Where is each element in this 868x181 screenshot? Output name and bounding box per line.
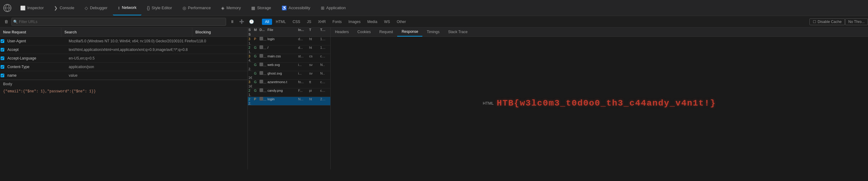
network-list-item[interactable]: 2 G 🔒 / d... ht 1... 1. [248, 46, 330, 54]
filter-tab-media[interactable]: Media [364, 19, 380, 25]
filter-tab-html[interactable]: HTML [273, 19, 289, 25]
net-size: 1. [248, 50, 253, 54]
net-file: login [267, 37, 298, 41]
checkbox-1[interactable] [1, 48, 4, 52]
nav-tab-storage[interactable]: ▦Storage [246, 1, 276, 16]
clear-button[interactable]: 🗑 [2, 18, 10, 25]
net-type: cs [309, 54, 319, 58]
response-tab-timings[interactable]: Timings [422, 27, 444, 36]
checkbox-2[interactable] [1, 56, 4, 60]
net-size: 1. [248, 93, 253, 97]
nav-tab-network[interactable]: ↕Network [113, 1, 142, 16]
nav-tab-label-performance: Performance [188, 5, 211, 10]
nav-tab-icon-debugger: ◇ [85, 5, 88, 10]
request-row[interactable]: Content-Type application/json [0, 63, 248, 71]
network-list-item[interactable]: 2 P 🔒 login N... ht 2... 2. [248, 97, 330, 105]
net-favicon: 🔒 [259, 71, 267, 76]
toolbar-row: 🗑 🔍 ⏸ ➕ 🕐 AllHTMLCSSJSXHRFontsImagesMedi… [0, 16, 868, 28]
request-row[interactable]: User-Agent Mozilla/5.0 (Windows NT 10.0;… [0, 37, 248, 46]
net-favicon: 🔒 [259, 97, 267, 101]
body-content: {"email":{"$ne": 1},"password":{"$ne": 1… [0, 88, 248, 95]
net-size: 2. [248, 67, 253, 71]
net-transferred: 1... [319, 46, 325, 50]
net-favicon: 🔒 [259, 88, 267, 93]
pause-button[interactable]: ⏸ [228, 18, 236, 25]
request-row[interactable]: Accept text/html,application/xhtml+xml,a… [0, 46, 248, 54]
network-list-item[interactable]: 3 P 🔒 login d... ht 1... 1. [248, 37, 330, 46]
net-file: candy.png [267, 89, 298, 92]
filter-tab-xhr[interactable]: XHR [315, 19, 329, 25]
checkbox-0[interactable] [1, 39, 4, 43]
net-favicon: 🔒 [259, 46, 267, 50]
network-list-item[interactable]: G 🔒 ghost.svg i... sv N... 1€ [248, 71, 330, 80]
filter-input[interactable] [11, 18, 226, 26]
nav-tab-accessibility[interactable]: ♿Accessibility [277, 1, 315, 16]
request-row-name: name [5, 73, 66, 78]
nav-tab-icon-accessibility: ♿ [282, 5, 287, 10]
net-size: 4. [248, 59, 253, 62]
response-tab-response[interactable]: Response [397, 27, 422, 36]
net-initiator: d... [298, 37, 309, 41]
nav-tab-icon-performance: ◎ [183, 5, 186, 10]
request-row[interactable]: Accept-Language en-US,en;q=0.5 [0, 54, 248, 63]
filter-tab-ws[interactable]: WS [381, 19, 393, 25]
no-throttle-button[interactable]: No Thro... [845, 19, 868, 25]
browser-logo [2, 3, 12, 13]
nav-tab-memory[interactable]: ◈Memory [216, 1, 246, 16]
checkbox-4[interactable] [1, 73, 4, 77]
disable-cache-label: Disable Cache [818, 20, 842, 24]
nav-tab-inspector[interactable]: ⬜Inspector [16, 1, 49, 16]
net-col-file: File [267, 28, 298, 32]
disable-cache-checkbox: ☐ [813, 20, 816, 24]
nav-tab-label-storage: Storage [257, 5, 271, 10]
request-row-checkbox[interactable] [0, 39, 5, 43]
response-tab-cookies[interactable]: Cookies [353, 27, 375, 36]
net-size: 1€ [248, 76, 253, 80]
nav-tab-icon-storage: ▦ [251, 5, 255, 10]
net-favicon: 🔒 [259, 63, 267, 67]
clock-button[interactable]: 🕐 [247, 18, 256, 25]
request-row-name: Accept-Language [5, 56, 66, 60]
col-search: Search [61, 28, 192, 36]
request-row-checkbox[interactable] [0, 73, 5, 77]
request-row-checkbox[interactable] [0, 56, 5, 60]
nav-tab-icon-style-editor: {} [147, 5, 150, 10]
filter-tab-css[interactable]: CSS [289, 19, 303, 25]
nav-tab-application[interactable]: ⊞Application [316, 1, 351, 16]
nav-tab-console[interactable]: ❯Console [49, 1, 79, 16]
filter-tab-fonts[interactable]: Fonts [330, 19, 345, 25]
network-list-item[interactable]: 3 G 🔒 azaretmono.t fo... tt c... 1€ [248, 80, 330, 88]
checkbox-3[interactable] [1, 65, 4, 69]
add-button[interactable]: ➕ [238, 18, 246, 25]
filter-tab-images[interactable]: Images [345, 19, 364, 25]
filter-tab-other[interactable]: Other [394, 19, 409, 25]
request-row-checkbox[interactable] [0, 65, 5, 69]
request-row[interactable]: name value [0, 71, 248, 80]
net-col-d: D... [259, 28, 267, 32]
network-list-item[interactable]: 2 G 🔒 candy.png F... pi c... 1. [248, 88, 330, 97]
net-initiator: F... [298, 89, 309, 92]
response-tab-request[interactable]: Request [375, 27, 398, 36]
nav-tab-debugger[interactable]: ◇Debugger [80, 1, 112, 16]
filter-tab-all[interactable]: All [262, 19, 272, 25]
net-col-t: T [309, 28, 319, 32]
net-transferred: c... [319, 80, 325, 84]
net-size: 1. [248, 41, 253, 45]
net-method: G [253, 71, 259, 75]
network-list-item[interactable]: G 🔒 web.svg i... sv N... 2. [248, 63, 330, 71]
nav-tab-label-memory: Memory [226, 5, 241, 10]
nav-tab-label-debugger: Debugger [90, 5, 107, 10]
nav-tab-performance[interactable]: ◎Performance [178, 1, 216, 16]
response-tab-headers[interactable]: Headers [331, 27, 353, 36]
response-tab-stack-trace[interactable]: Stack Trace [444, 27, 472, 36]
disable-cache-button[interactable]: ☐ Disable Cache [809, 19, 845, 25]
filter-tab-js[interactable]: JS [304, 19, 314, 25]
html-tag-label: HTML [483, 101, 494, 105]
nav-tab-style-editor[interactable]: {}Style Editor [142, 1, 177, 16]
network-list-item[interactable]: 3 G 🔒 main.css st... cs c... 4. [248, 54, 330, 63]
net-type: tt [309, 80, 319, 84]
net-transferred: c... [319, 89, 325, 92]
net-favicon: 🔒 [259, 37, 267, 41]
request-row-checkbox[interactable] [0, 48, 5, 52]
request-row-value: Mozilla/5.0 (Windows NT 10.0; Win64; x64… [66, 39, 248, 43]
